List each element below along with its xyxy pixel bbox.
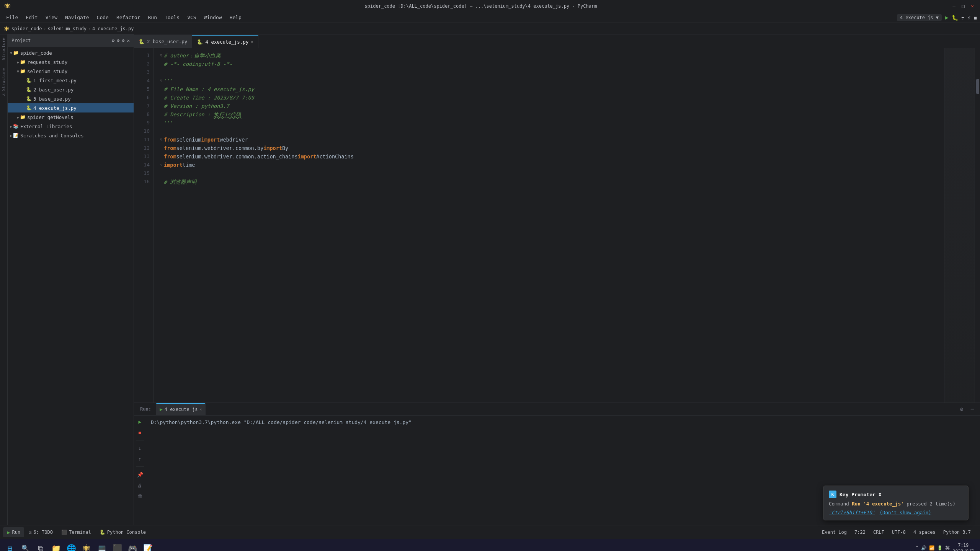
menu-code[interactable]: Code [94,14,112,21]
scrollbar-thumb[interactable] [976,79,979,94]
python-console-icon: 🐍 [100,530,105,535]
right-panel: 🐍 2 base_user.py 🐍 4 execute_js.py ✕ 123… [134,34,980,525]
tree-item-spider-code[interactable]: ▼ 📁 spider_code [8,48,134,57]
menu-tools[interactable]: Tools [162,14,183,21]
status-python-version[interactable]: Python 3.7 [942,529,972,536]
menu-file[interactable]: File [3,14,21,21]
tree-item-requests-study[interactable]: ▶ 📁 requests_study [8,57,134,67]
taskbar-chrome[interactable]: 🌐 [64,541,78,551]
taskbar-explorer[interactable]: 📁 [49,541,63,551]
tree-item-spider-novels[interactable]: ▶ 📁 spider_getNovels [8,112,134,122]
run-stop-btn[interactable]: ◼ [136,428,145,437]
status-event-log[interactable]: Event Log [820,529,848,536]
run-settings-icon[interactable]: ⚙ [957,404,966,414]
line-numbers: 1234 5678 9101112 13141516 [134,48,154,403]
tree-item-external-libraries[interactable]: ▶ 📚 External Libraries [8,122,134,131]
sidebar-expand-icon[interactable]: ⊕ [117,38,119,43]
status-line-ending[interactable]: CRLF [872,529,886,536]
nav-study-folder[interactable]: selenium_study [48,26,87,31]
close-button[interactable]: ✕ [969,3,975,9]
run-command: D:\python\python3.7\python.exe "D:/ALL_c… [151,419,412,425]
title-bar-left: 🕷 [5,2,11,10]
python-console-tool-btn[interactable]: 🐍 Python Console [96,527,150,537]
terminal-tool-btn[interactable]: ⬛ Terminal [57,527,95,537]
taskbar-tray-icons: ^ 🔊 📶 🔋 英 [916,545,950,551]
run-pin-btn[interactable]: 📌 [136,470,145,479]
tree-item-selenium-study[interactable]: ▼ 📁 selenium_study [8,67,134,76]
run-print-btn[interactable]: 🖨 [136,481,145,490]
run-trash-btn[interactable]: 🗑 [136,491,145,500]
status-encoding[interactable]: UTF-8 [890,529,907,536]
todo-label: 6: TODO [33,530,53,535]
tab-py-icon: 🐍 [197,39,203,45]
status-right: Event Log 7:22 CRLF UTF-8 4 spaces Pytho… [820,529,977,536]
taskbar-terminal[interactable]: ⬛ [110,541,124,551]
taskbar-steam[interactable]: 🎮 [126,541,139,551]
run-tab-bar: Run: ▶ 4 execute_js ✕ ⚙ ─ [134,403,980,416]
taskbar-task-view[interactable]: ⧉ [34,541,47,551]
title-bar-controls: ─ □ ✕ [951,3,975,9]
taskbar-search[interactable]: 🔍 [18,541,32,551]
minimize-button[interactable]: ─ [951,3,957,9]
toolbar-active-file[interactable]: 4 execute_js ▼ [897,14,942,21]
taskbar-start[interactable]: ⊞ [3,541,17,551]
menu-vcs[interactable]: VCS [184,14,199,21]
nav-project-icon: 🕷 [4,26,9,32]
code-content[interactable]: ▽# author：自学小白菜 # -*- coding:utf-8 -*- ▽… [154,48,944,403]
toolbar-debug-btn[interactable]: 🐛 [952,15,958,21]
right-scrollbar[interactable] [975,48,980,403]
toolbar-run-btn[interactable]: ▶ [945,14,949,21]
kp-dont-show-link[interactable]: (Don't show again) [879,510,931,515]
nav-project-name[interactable]: spider_code [11,26,42,31]
run-tab-execute-js[interactable]: ▶ 4 execute_js ✕ [156,403,206,415]
menu-edit[interactable]: Edit [23,14,41,21]
run-label: Run: [137,406,154,412]
menu-window[interactable]: Window [201,14,225,21]
taskbar-notes[interactable]: 📝 [141,541,155,551]
tab-execute-js[interactable]: 🐍 4 execute_js.py ✕ [192,35,258,48]
sidebar-header: Project ⚙ ⊕ ⊖ ✕ [8,34,134,47]
tree-item-first-meet[interactable]: 🐍 1 first_meet.py [8,76,134,85]
todo-tool-btn[interactable]: ☑ 6: TODO [25,527,57,537]
hierarchy-icon[interactable]: Z Structure [1,68,6,96]
sidebar-collapse-icon[interactable]: ⊖ [122,38,125,43]
status-indent[interactable]: 4 spaces [912,529,937,536]
kp-actions: 'Ctrl+Shift+F10' (Don't show again) [829,510,963,515]
taskbar-right: ^ 🔊 📶 🔋 英 7:19 2023/8/7 [916,542,977,551]
maximize-button[interactable]: □ [960,3,966,9]
toolbar-stop-btn[interactable]: ◼ [974,15,977,21]
run-tab-close-icon[interactable]: ✕ [199,407,202,411]
sidebar-settings-icon[interactable]: ⚙ [112,38,114,43]
code-line-12: from selenium.webdriver.common.by import… [160,144,938,152]
run-tool-btn[interactable]: ▶ Run [3,527,24,537]
run-restart-btn[interactable]: ▶ [136,417,145,426]
run-up-btn[interactable]: ↑ [136,454,145,463]
structure-icon[interactable]: Structure [1,37,6,60]
tree-item-execute-js[interactable]: 🐍 4 execute_js.py [8,103,134,112]
menu-refactor[interactable]: Refactor [113,14,144,21]
toolbar-coverage-btn[interactable]: ☂ [961,15,964,21]
status-line-col[interactable]: 7:22 [853,529,867,536]
menu-run[interactable]: Run [145,14,160,21]
run-sidebar-icons: ▶ ◼ ↓ ↑ 📌 🖨 🗑 [134,416,146,525]
code-line-1: ▽# author：自学小白菜 [160,51,938,60]
code-line-3 [160,68,938,77]
nav-file[interactable]: 4 execute_js.py [92,26,134,31]
tree-item-base-user[interactable]: 🐍 2 base_user.py [8,85,134,94]
tree-item-base-use[interactable]: 🐍 3 base_use.py [8,94,134,103]
menu-navigate[interactable]: Navigate [62,14,92,21]
taskbar-pycharm[interactable]: 🕷 [80,541,93,551]
run-minimize-icon[interactable]: ─ [968,404,977,414]
taskbar-vscode[interactable]: 💻 [95,541,109,551]
code-line-2: # -*- coding:utf-8 -*- [160,60,938,68]
sidebar-close-icon[interactable]: ✕ [127,38,130,43]
menu-help[interactable]: Help [227,14,245,21]
kp-shortcut-link[interactable]: 'Ctrl+Shift+F10' [829,510,875,515]
toolbar-profile-btn[interactable]: ⚡ [967,15,970,21]
code-line-8: # Description : 执行js代码 [160,110,938,119]
menu-view[interactable]: View [42,14,60,21]
run-scroll-end-btn[interactable]: ↓ [136,443,145,453]
tree-item-scratches[interactable]: ▶ 📝 Scratches and Consoles [8,131,134,140]
tab-close-icon[interactable]: ✕ [251,39,253,44]
tab-base-user[interactable]: 🐍 2 base_user.py [134,35,192,48]
